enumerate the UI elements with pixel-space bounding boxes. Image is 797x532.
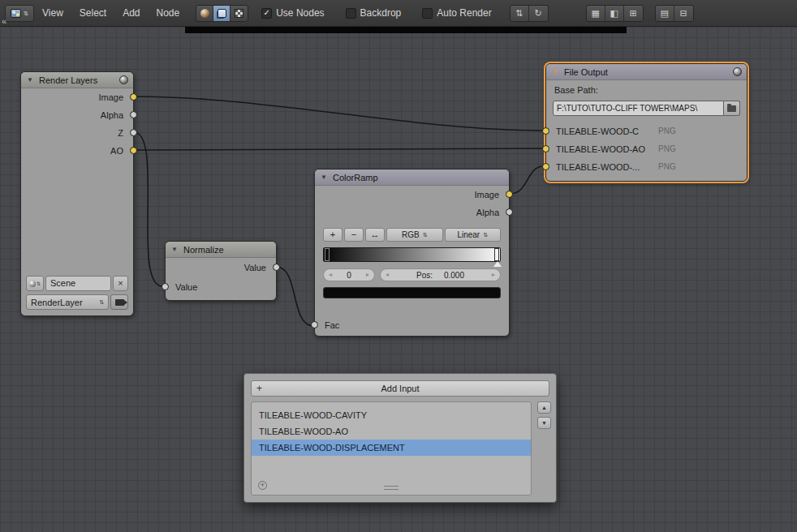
socket-label: Alpha <box>476 208 499 217</box>
chevron-updown-icon: ⇅ <box>483 232 488 238</box>
paste-icon[interactable]: ⊟ <box>674 6 693 21</box>
link-ao-to-ao <box>134 148 543 150</box>
flip-ramp-button[interactable]: ↔ <box>365 228 385 242</box>
value-output-socket[interactable] <box>273 264 280 271</box>
ramp-stop-white[interactable] <box>494 248 499 261</box>
pos-value: 0.000 <box>444 271 464 280</box>
alpha-output-socket[interactable] <box>506 208 513 216</box>
socket-label: Alpha <box>101 110 123 120</box>
alpha-output-socket[interactable] <box>130 111 137 118</box>
socket-label: Image <box>474 190 499 200</box>
texture-nodes-button[interactable] <box>230 6 248 21</box>
render-active-layer-button[interactable] <box>110 294 128 310</box>
node-editor-canvas[interactable]: ⇅ View Select Add Node ✓ Use Nodes Backd… <box>0 0 797 532</box>
backdrop-toggle[interactable]: Backdrop <box>346 7 402 19</box>
editor-type-button[interactable]: ⇅ <box>5 5 34 22</box>
fac-input-socket[interactable] <box>311 321 318 328</box>
scroll-up-button[interactable]: ▲ <box>537 401 551 414</box>
socket-label: AO <box>110 146 123 156</box>
overlay-icon[interactable]: ⊞ <box>624 6 643 21</box>
resize-grip[interactable] <box>384 486 398 490</box>
browse-scene-button[interactable]: ⇅ <box>26 276 44 291</box>
slot-input-socket[interactable] <box>542 163 549 170</box>
plus-icon: + <box>256 381 262 396</box>
slot-input-socket[interactable] <box>542 145 549 152</box>
refresh-icon[interactable]: ↻ <box>529 6 548 21</box>
preview-sphere-icon[interactable] <box>119 75 128 84</box>
link-ramp-to-displacement <box>510 166 544 194</box>
stop-color-swatch[interactable] <box>323 287 501 298</box>
file-output-node[interactable]: ▼ File Output Base Path: F:\TUTO\TUTO-CL… <box>545 63 747 182</box>
render-layer-row: RenderLayer ⇅ <box>26 294 128 310</box>
material-sphere-icon <box>200 9 209 18</box>
auto-render-toggle[interactable]: Auto Render <box>422 7 491 19</box>
stepper-right-icon[interactable]: ▸ <box>366 272 369 278</box>
collapse-icon[interactable]: ▼ <box>27 72 33 88</box>
normalize-header[interactable]: ▼ Normalize <box>166 242 276 258</box>
menu-view[interactable]: View <box>34 7 71 19</box>
interpolation-dropdown[interactable]: Linear ⇅ <box>445 228 502 242</box>
preview-sphere-icon[interactable] <box>733 67 742 76</box>
copy-icon[interactable]: ▤ <box>656 6 674 21</box>
menu-node[interactable]: Node <box>149 7 188 19</box>
render-layers-header[interactable]: ▼ Render Layers <box>21 72 133 88</box>
scroll-down-button[interactable]: ▼ <box>537 417 551 429</box>
list-item-selected[interactable]: TILEABLE-WOOD-DISPLACEMENT <box>252 440 531 456</box>
unlink-scene-button[interactable]: × <box>113 276 128 291</box>
list-item[interactable]: TILEABLE-WOOD-AO <box>252 423 531 440</box>
snap-icon[interactable]: ▦ <box>587 6 605 21</box>
ramp-toolbar: + − ↔ RGB ⇅ Linear ⇅ <box>323 228 501 242</box>
slot-format: PNG <box>658 140 676 158</box>
stepper-right-icon[interactable]: ▸ <box>492 272 495 278</box>
ramp-stop-black[interactable] <box>325 248 330 261</box>
add-stop-button[interactable]: + <box>323 228 342 242</box>
z-output-socket[interactable] <box>130 129 137 136</box>
key-icon[interactable]: ⇅ <box>511 6 529 21</box>
node-title: ColorRamp <box>333 173 378 182</box>
slot-input-socket[interactable] <box>542 127 549 135</box>
slot-name: TILEABLE-WOOD-AO <box>556 144 645 154</box>
output-z: Z <box>21 124 133 142</box>
color-ramp-gradient[interactable] <box>323 247 501 262</box>
scene-name-field[interactable]: Scene <box>45 276 111 291</box>
slot-format: PNG <box>658 158 676 176</box>
normalize-node[interactable]: ▼ Normalize Value Value <box>165 241 277 301</box>
output-image: Image <box>21 88 133 106</box>
chevron-updown-icon: ⇅ <box>37 281 41 286</box>
menu-add[interactable]: Add <box>114 7 148 19</box>
add-input-button[interactable]: + Add Input <box>251 380 549 397</box>
header-tool-group-3: ▤ ⊟ <box>655 5 694 22</box>
stop-position-slider[interactable]: ◂ Pos: 0.000 ▸ <box>380 268 501 281</box>
color-mode-dropdown[interactable]: RGB ⇅ <box>386 228 443 242</box>
snap-target-icon[interactable]: ◧ <box>605 6 624 21</box>
base-path-row: F:\TUTO\TUTO-CLIFF TOWER\MAPS\ <box>553 101 740 116</box>
file-slot-list[interactable]: TILEABLE-WOOD-CAVITY TILEABLE-WOOD-AO TI… <box>251 401 532 496</box>
colorramp-header[interactable]: ▼ ColorRamp <box>315 169 509 186</box>
collapse-icon[interactable]: ▼ <box>321 169 327 186</box>
menu-select[interactable]: Select <box>71 7 114 19</box>
colorramp-node[interactable]: ▼ ColorRamp Image Alpha + − ↔ RGB ⇅ Line… <box>314 169 510 337</box>
color-mode-value: RGB <box>402 230 420 239</box>
base-path-field[interactable]: F:\TUTO\TUTO-CLIFF TOWER\MAPS\ <box>553 101 724 116</box>
remove-stop-button[interactable]: − <box>344 228 364 242</box>
collapse-icon[interactable]: ▼ <box>552 64 558 80</box>
browse-path-button[interactable] <box>724 101 740 116</box>
collapse-icon[interactable]: ▼ <box>171 242 178 258</box>
input-value: Value <box>166 277 276 297</box>
value-input-socket[interactable] <box>162 283 169 290</box>
expand-filter-icon[interactable]: + <box>258 481 267 490</box>
compositing-nodes-button[interactable] <box>213 6 230 21</box>
use-nodes-toggle[interactable]: ✓ Use Nodes <box>261 7 324 19</box>
camera-icon <box>115 299 124 306</box>
list-item[interactable]: TILEABLE-WOOD-CAVITY <box>252 407 531 423</box>
stop-index-stepper[interactable]: ◂ 0 ▸ <box>323 268 375 281</box>
render-layers-node[interactable]: ▼ Render Layers Image Alpha Z AO ⇅ Scene… <box>20 71 134 316</box>
image-output-socket[interactable] <box>130 93 137 101</box>
image-output-socket[interactable] <box>506 191 513 198</box>
chevron-updown-icon: ⇅ <box>423 232 428 238</box>
shader-nodes-button[interactable] <box>196 6 213 21</box>
render-layer-dropdown[interactable]: RenderLayer ⇅ <box>26 294 109 310</box>
region-collapse-icon[interactable]: « <box>2 16 6 26</box>
file-output-header[interactable]: ▼ File Output <box>546 64 747 80</box>
ao-output-socket[interactable] <box>130 147 137 154</box>
